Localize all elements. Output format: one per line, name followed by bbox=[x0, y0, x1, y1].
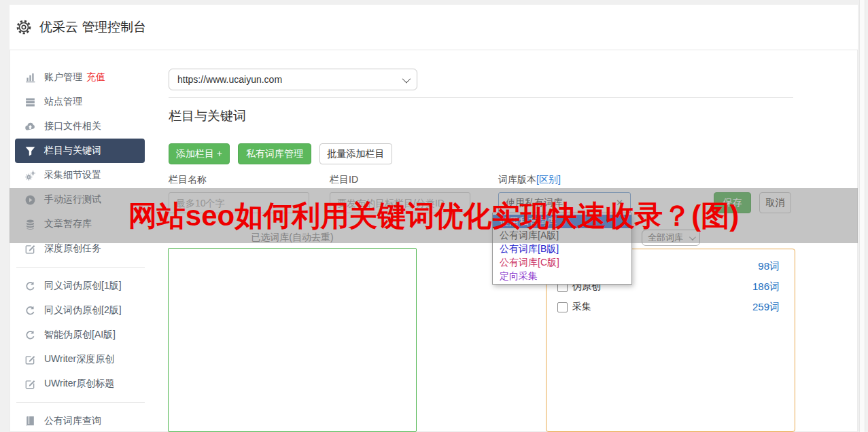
sidebar-divider bbox=[16, 402, 145, 403]
book-icon bbox=[24, 416, 36, 427]
version-difference-link[interactable]: [区别] bbox=[536, 174, 561, 185]
dropdown-option-public-b[interactable]: 公有词库[B版] bbox=[493, 242, 631, 255]
gear-icon bbox=[16, 19, 32, 35]
dropdown-option-public-c[interactable]: 公有词库[C版] bbox=[493, 255, 631, 269]
gears-icon bbox=[24, 170, 36, 181]
column-id-label: 栏目ID bbox=[330, 174, 358, 186]
sidebar-item-sites[interactable]: 站点管理 bbox=[15, 90, 145, 114]
page-right-edge bbox=[858, 0, 868, 432]
sidebar-item-interface-files[interactable]: 接口文件相关 bbox=[15, 114, 145, 139]
recharge-link[interactable]: 充值 bbox=[86, 71, 105, 84]
section-divider bbox=[169, 97, 793, 98]
site-select[interactable]: https://www.ucaiyun.com bbox=[169, 69, 417, 90]
app-title: 优采云 管理控制台 bbox=[39, 18, 146, 36]
sidebar-item-label: UWriter深度原创 bbox=[44, 353, 114, 365]
watermark-overlay-band: 网站seo如何利用关键词优化实现快速收录？(图) bbox=[10, 188, 858, 243]
word-count: 259词 bbox=[752, 301, 780, 314]
column-name-label: 栏目名称 bbox=[169, 174, 207, 186]
refresh-icon bbox=[24, 305, 36, 317]
sidebar-item-synonym-v1[interactable]: 同义词伪原创[1版] bbox=[15, 274, 145, 298]
sidebar-item-label: 站点管理 bbox=[44, 96, 82, 108]
app-page: 优采云 管理控制台 账户管理 充值 站点管理 接口文件相关 栏目与关键词 采集细… bbox=[0, 0, 868, 432]
private-thesaurus-button[interactable]: 私有词库管理 bbox=[238, 143, 311, 164]
sidebar-item-public-thesaurus[interactable]: 公有词库查询 bbox=[15, 409, 145, 432]
sidebar-item-label: 账户管理 bbox=[44, 71, 82, 84]
sidebar-item-ai-rewrite[interactable]: 智能伪原创[AI版] bbox=[15, 323, 145, 347]
sidebar-item-columns-keywords[interactable]: 栏目与关键词 bbox=[15, 139, 145, 163]
pencil-square-icon bbox=[24, 243, 36, 255]
pencil-square-icon bbox=[24, 378, 36, 390]
sidebar-item-label: UWriter原创标题 bbox=[44, 378, 114, 390]
server-icon bbox=[24, 96, 36, 108]
sidebar-item-uwriter-title[interactable]: UWriter原创标题 bbox=[15, 372, 145, 396]
sidebar-item-label: 公有词库查询 bbox=[44, 415, 101, 427]
sidebar-item-label: 栏目与关键词 bbox=[44, 145, 101, 157]
sidebar-item-account[interactable]: 账户管理 充值 bbox=[15, 65, 145, 90]
thesaurus-version-label: 词库版本[区别] bbox=[498, 174, 561, 186]
sidebar-item-synonym-v2[interactable]: 同义词伪原创[2版] bbox=[15, 298, 145, 323]
sidebar-item-uwriter-deep[interactable]: UWriter深度原创 bbox=[15, 347, 145, 372]
word-list-row: 采集 259词 bbox=[557, 297, 780, 317]
sidebar-item-label: 同义词伪原创[2版] bbox=[44, 304, 122, 317]
word-count: 98词 bbox=[758, 260, 780, 273]
dropdown-option-directed-collect[interactable]: 定向采集 bbox=[493, 269, 631, 283]
app-header: 优采云 管理控制台 bbox=[10, 5, 858, 50]
pencil-square-icon bbox=[24, 354, 36, 365]
refresh-icon bbox=[24, 329, 36, 341]
checkbox[interactable] bbox=[557, 302, 568, 312]
sidebar: 账户管理 充值 站点管理 接口文件相关 栏目与关键词 采集细节设置 手动运行测试… bbox=[15, 65, 145, 432]
filter-icon bbox=[24, 145, 36, 157]
word-count: 186词 bbox=[752, 281, 780, 293]
cloud-upload-icon bbox=[24, 121, 36, 132]
sidebar-item-label: 同义词伪原创[1版] bbox=[44, 280, 122, 292]
chevron-down-icon bbox=[402, 74, 411, 83]
sidebar-divider bbox=[16, 267, 145, 268]
add-column-button[interactable]: 添加栏目 + bbox=[169, 143, 230, 164]
sidebar-item-label: 接口文件相关 bbox=[44, 120, 101, 132]
sidebar-item-label: 智能伪原创[AI版] bbox=[44, 329, 116, 341]
chosen-thesaurus-box[interactable] bbox=[168, 248, 417, 432]
word-row-label: 采集 bbox=[572, 301, 591, 313]
page-title: 栏目与关键词 bbox=[169, 107, 246, 125]
bar-chart-icon bbox=[24, 72, 36, 84]
watermark-text: 网站seo如何利用关键词优化实现快速收录？(图) bbox=[128, 197, 739, 235]
batch-add-button[interactable]: 批量添加栏目 bbox=[319, 143, 392, 164]
sidebar-item-label: 采集细节设置 bbox=[44, 169, 101, 181]
scrollbar[interactable] bbox=[859, 0, 865, 432]
sidebar-item-collect-settings[interactable]: 采集细节设置 bbox=[15, 163, 145, 187]
refresh-icon bbox=[24, 281, 36, 292]
sidebar-item-label: 深度原创任务 bbox=[44, 242, 101, 255]
site-select-value: https://www.ucaiyun.com bbox=[177, 74, 282, 85]
